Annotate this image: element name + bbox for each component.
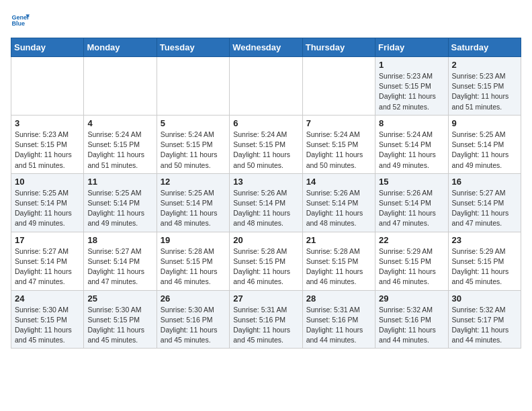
day-info: Sunrise: 5:27 AM Sunset: 5:14 PM Dayligh… [87,246,152,287]
calendar-cell [230,57,302,116]
calendar-week-row: 1Sunrise: 5:23 AM Sunset: 5:15 PM Daylig… [11,57,521,116]
day-number: 2 [452,60,517,70]
calendar-cell: 14Sunrise: 5:26 AM Sunset: 5:14 PM Dayli… [302,173,375,232]
day-number: 10 [15,177,80,187]
day-number: 12 [161,177,226,187]
calendar-cell: 3Sunrise: 5:23 AM Sunset: 5:15 PM Daylig… [11,115,84,173]
day-number: 16 [452,177,517,187]
day-info: Sunrise: 5:23 AM Sunset: 5:15 PM Dayligh… [379,71,444,112]
day-info: Sunrise: 5:23 AM Sunset: 5:15 PM Dayligh… [452,71,517,112]
calendar-table: SundayMondayTuesdayWednesdayThursdayFrid… [11,38,521,349]
day-number: 21 [306,235,371,245]
day-info: Sunrise: 5:27 AM Sunset: 5:14 PM Dayligh… [15,246,80,287]
calendar-cell: 4Sunrise: 5:24 AM Sunset: 5:15 PM Daylig… [84,115,157,173]
logo-icon: General Blue [11,11,30,30]
svg-text:Blue: Blue [11,20,25,27]
day-number: 14 [306,177,371,187]
calendar-cell: 15Sunrise: 5:26 AM Sunset: 5:14 PM Dayli… [375,173,448,232]
day-info: Sunrise: 5:24 AM Sunset: 5:15 PM Dayligh… [306,130,371,171]
weekday-header: Thursday [302,38,375,57]
day-info: Sunrise: 5:30 AM Sunset: 5:15 PM Dayligh… [15,305,80,346]
day-number: 22 [379,235,444,245]
calendar-cell: 24Sunrise: 5:30 AM Sunset: 5:15 PM Dayli… [11,290,84,349]
day-number: 18 [87,235,152,245]
calendar-cell: 16Sunrise: 5:27 AM Sunset: 5:14 PM Dayli… [448,173,521,232]
day-info: Sunrise: 5:28 AM Sunset: 5:15 PM Dayligh… [306,246,371,287]
calendar-cell [84,57,157,116]
calendar-cell: 23Sunrise: 5:29 AM Sunset: 5:15 PM Dayli… [448,232,521,290]
day-number: 15 [379,177,444,187]
weekday-header: Wednesday [230,38,302,57]
calendar-cell: 12Sunrise: 5:25 AM Sunset: 5:14 PM Dayli… [157,173,229,232]
calendar-week-row: 17Sunrise: 5:27 AM Sunset: 5:14 PM Dayli… [11,232,521,290]
day-info: Sunrise: 5:23 AM Sunset: 5:15 PM Dayligh… [15,130,80,171]
calendar-cell: 20Sunrise: 5:28 AM Sunset: 5:15 PM Dayli… [230,232,302,290]
day-number: 25 [87,293,152,304]
calendar-cell: 27Sunrise: 5:31 AM Sunset: 5:16 PM Dayli… [230,290,302,349]
day-number: 7 [306,118,371,128]
day-info: Sunrise: 5:30 AM Sunset: 5:15 PM Dayligh… [87,305,152,346]
day-number: 1 [379,60,444,70]
day-number: 23 [452,235,517,245]
day-number: 11 [87,177,152,187]
calendar-cell: 28Sunrise: 5:31 AM Sunset: 5:16 PM Dayli… [302,290,375,349]
day-info: Sunrise: 5:27 AM Sunset: 5:14 PM Dayligh… [452,188,517,229]
calendar-week-row: 3Sunrise: 5:23 AM Sunset: 5:15 PM Daylig… [11,115,521,173]
day-number: 19 [161,235,226,245]
day-info: Sunrise: 5:25 AM Sunset: 5:14 PM Dayligh… [161,188,226,229]
day-info: Sunrise: 5:26 AM Sunset: 5:14 PM Dayligh… [306,188,371,229]
day-info: Sunrise: 5:28 AM Sunset: 5:15 PM Dayligh… [161,246,226,287]
calendar-cell: 1Sunrise: 5:23 AM Sunset: 5:15 PM Daylig… [375,57,448,116]
day-info: Sunrise: 5:29 AM Sunset: 5:15 PM Dayligh… [379,246,444,287]
calendar-cell: 21Sunrise: 5:28 AM Sunset: 5:15 PM Dayli… [302,232,375,290]
calendar-cell: 30Sunrise: 5:32 AM Sunset: 5:17 PM Dayli… [448,290,521,349]
day-number: 29 [379,293,444,304]
day-number: 17 [15,235,80,245]
calendar-cell: 9Sunrise: 5:25 AM Sunset: 5:14 PM Daylig… [448,115,521,173]
calendar-week-row: 10Sunrise: 5:25 AM Sunset: 5:14 PM Dayli… [11,173,521,232]
calendar-cell: 18Sunrise: 5:27 AM Sunset: 5:14 PM Dayli… [84,232,157,290]
day-number: 8 [379,118,444,128]
day-info: Sunrise: 5:31 AM Sunset: 5:16 PM Dayligh… [233,305,298,346]
calendar-cell: 25Sunrise: 5:30 AM Sunset: 5:15 PM Dayli… [84,290,157,349]
calendar-cell: 6Sunrise: 5:24 AM Sunset: 5:15 PM Daylig… [230,115,302,173]
calendar-cell [11,57,84,116]
day-info: Sunrise: 5:24 AM Sunset: 5:15 PM Dayligh… [233,130,298,171]
weekday-header: Friday [375,38,448,57]
weekday-header: Monday [84,38,157,57]
day-info: Sunrise: 5:25 AM Sunset: 5:14 PM Dayligh… [452,130,517,171]
day-number: 9 [452,118,517,128]
day-info: Sunrise: 5:26 AM Sunset: 5:14 PM Dayligh… [379,188,444,229]
day-info: Sunrise: 5:32 AM Sunset: 5:17 PM Dayligh… [452,305,517,346]
calendar-cell: 29Sunrise: 5:32 AM Sunset: 5:16 PM Dayli… [375,290,448,349]
day-info: Sunrise: 5:24 AM Sunset: 5:15 PM Dayligh… [87,130,152,171]
calendar-cell: 2Sunrise: 5:23 AM Sunset: 5:15 PM Daylig… [448,57,521,116]
day-number: 27 [233,293,298,304]
calendar-cell: 19Sunrise: 5:28 AM Sunset: 5:15 PM Dayli… [157,232,229,290]
calendar-header-row: SundayMondayTuesdayWednesdayThursdayFrid… [11,38,521,57]
calendar-cell: 26Sunrise: 5:30 AM Sunset: 5:16 PM Dayli… [157,290,229,349]
weekday-header: Tuesday [157,38,229,57]
day-info: Sunrise: 5:32 AM Sunset: 5:16 PM Dayligh… [379,305,444,346]
day-info: Sunrise: 5:28 AM Sunset: 5:15 PM Dayligh… [233,246,298,287]
day-number: 4 [87,118,152,128]
day-number: 13 [233,177,298,187]
calendar-cell: 7Sunrise: 5:24 AM Sunset: 5:15 PM Daylig… [302,115,375,173]
calendar-week-row: 24Sunrise: 5:30 AM Sunset: 5:15 PM Dayli… [11,290,521,349]
day-number: 20 [233,235,298,245]
page-header: General Blue [11,11,521,30]
day-number: 26 [161,293,226,304]
day-number: 6 [233,118,298,128]
day-number: 24 [15,293,80,304]
day-number: 5 [161,118,226,128]
calendar-cell: 10Sunrise: 5:25 AM Sunset: 5:14 PM Dayli… [11,173,84,232]
logo: General Blue [11,11,32,30]
day-info: Sunrise: 5:25 AM Sunset: 5:14 PM Dayligh… [87,188,152,229]
day-info: Sunrise: 5:24 AM Sunset: 5:14 PM Dayligh… [379,130,444,171]
calendar-cell [302,57,375,116]
day-number: 30 [452,293,517,304]
calendar-cell: 22Sunrise: 5:29 AM Sunset: 5:15 PM Dayli… [375,232,448,290]
calendar-cell: 13Sunrise: 5:26 AM Sunset: 5:14 PM Dayli… [230,173,302,232]
calendar-body: 1Sunrise: 5:23 AM Sunset: 5:15 PM Daylig… [11,57,521,349]
calendar-cell: 17Sunrise: 5:27 AM Sunset: 5:14 PM Dayli… [11,232,84,290]
